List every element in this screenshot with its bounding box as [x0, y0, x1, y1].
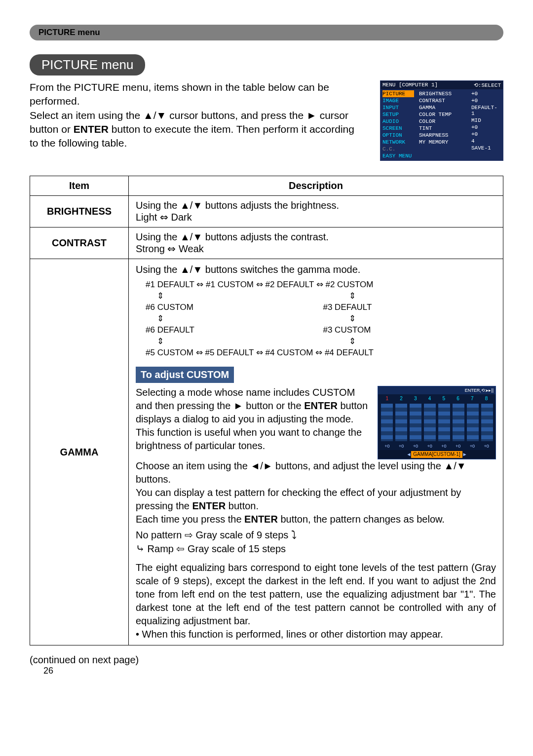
- diag-r1: #3 DEFAULT: [323, 302, 372, 313]
- menu-header-left: MENU [COMPUTER 1]: [382, 82, 438, 88]
- eq-bar: [438, 404, 450, 441]
- main-table: Item Description BRIGHTNESS Using the ▲/…: [30, 176, 503, 645]
- diag-r2: #3 CUSTOM: [323, 325, 371, 336]
- eq-num-3: 3: [414, 395, 417, 402]
- menu-left-column: PICTURE IMAGE INPUT SETUP AUDIO SCREEN O…: [381, 89, 416, 160]
- menu-item-setup: SETUP: [382, 111, 414, 118]
- gamma-custom-p1: Selecting a mode whose name includes CUS…: [136, 386, 370, 453]
- eq-num-8: 8: [485, 395, 488, 402]
- gamma-subheader: To adjust CUSTOM: [136, 367, 234, 383]
- eq-val-2: +0: [399, 443, 404, 449]
- menu-item-picture: PICTURE: [382, 90, 414, 97]
- menu-item-option: OPTION: [382, 132, 414, 139]
- menu-val-4: +0: [471, 124, 500, 131]
- menu-item-cc: C.C.: [382, 146, 414, 152]
- page-number: 26: [43, 666, 503, 676]
- menu-item-audio: AUDIO: [382, 118, 414, 125]
- row-contrast-label: CONTRAST: [30, 227, 129, 259]
- eq-val-7: +0: [470, 443, 475, 449]
- row-brightness-desc: Using the ▲/▼ buttons adjusts the bright…: [129, 196, 503, 227]
- eq-val-6: +0: [456, 443, 460, 449]
- eq-bar: [481, 404, 493, 441]
- eq-bar: [395, 404, 407, 441]
- eq-num-1: 1: [386, 395, 389, 402]
- eq-bar: [453, 404, 464, 441]
- gamma-custom-p4: The eight equalizing bars correspond to …: [136, 561, 496, 628]
- menu-item-easy: EASY MENU: [382, 152, 414, 159]
- pattern-loop-diagram: No pattern ⇨ Gray scale of 9 steps ⤵ ⤷ R…: [136, 528, 496, 556]
- menu-header-right: ⟲:SELECT: [474, 82, 501, 88]
- menu-val-5: +0: [471, 131, 500, 138]
- menu-val-2: DEFAULT-1: [471, 104, 500, 117]
- th-desc: Description: [129, 176, 503, 196]
- eq-num-5: 5: [443, 395, 446, 402]
- page-title: PICTURE menu: [30, 54, 145, 76]
- menu-item-image: IMAGE: [382, 97, 414, 104]
- eq-val-4: +0: [427, 443, 432, 449]
- menu-mid-memory: MY MEMORY: [419, 139, 465, 146]
- menu-val-0: +0: [471, 90, 500, 97]
- continued-note: (continued on next page): [30, 654, 503, 666]
- gamma-mode-diagram: #1 DEFAULT ⇔ #1 CUSTOM ⇔ #2 DEFAULT ⇔ #2…: [146, 279, 496, 359]
- diag-bottom: #5 CUSTOM ⇔ #5 DEFAULT ⇔ #4 CUSTOM ⇔ #4 …: [146, 347, 496, 359]
- menu-mid-tint: TINT: [419, 125, 465, 132]
- menu-item-input: INPUT: [382, 104, 414, 111]
- eq-bar: [381, 404, 393, 441]
- equalizer-widget: ENTER,⟲:▸▸|| 1 2 3 4 5 6 7 8: [378, 386, 496, 459]
- th-item: Item: [30, 176, 129, 196]
- menu-mid-contrast: CONTRAST: [419, 97, 465, 104]
- eq-num-4: 4: [428, 395, 431, 402]
- eq-num-7: 7: [471, 395, 474, 402]
- menu-right-column: +0 +0 DEFAULT-1 MID +0 +0 4 SAVE-1: [468, 89, 503, 160]
- menu-val-3: MID: [471, 117, 500, 124]
- gamma-custom-p2: Choose an item using the ◄/► buttons, an…: [136, 459, 496, 486]
- section-tag: PICTURE menu: [30, 25, 503, 40]
- menu-val-7: SAVE-1: [471, 145, 500, 151]
- menu-mid-colortemp: COLOR TEMP: [419, 111, 465, 118]
- eq-num-6: 6: [457, 395, 459, 402]
- intro-paragraph: From the PICTURE menu, items shown in th…: [30, 80, 365, 151]
- eq-val-5: +0: [441, 443, 446, 449]
- row-contrast-desc: Using the ▲/▼ buttons adjusts the contra…: [129, 227, 503, 259]
- eq-footer-label: GAMMA[CUSTOM-1]: [411, 451, 462, 458]
- eq-bar: [424, 404, 436, 441]
- diag-l1: #6 CUSTOM: [146, 302, 205, 313]
- eq-val-8: +0: [484, 443, 489, 449]
- eq-num-2: 2: [400, 395, 403, 402]
- loop-line-2: Ramp ⇦ Gray scale of 15 steps: [148, 543, 286, 554]
- gamma-custom-bullet: • When this function is performed, lines…: [136, 628, 496, 641]
- row-brightness-label: BRIGHTNESS: [30, 196, 129, 227]
- menu-mid-gamma: GAMMA: [419, 104, 465, 111]
- loop-line-1: No pattern ⇨ Gray scale of 9 steps: [136, 529, 288, 540]
- menu-preview: MENU [COMPUTER 1] ⟲:SELECT PICTURE IMAGE…: [380, 80, 503, 161]
- eq-bar: [467, 404, 479, 441]
- diag-l2: #6 DEFAULT: [146, 325, 205, 336]
- gamma-line1: Using the ▲/▼ buttons switches the gamma…: [136, 263, 496, 276]
- menu-mid-brightness: BRIGHTNESS: [419, 90, 465, 97]
- menu-val-6: 4: [471, 138, 500, 145]
- menu-mid-sharpness: SHARPNESS: [419, 132, 465, 139]
- row-gamma-label: GAMMA: [30, 259, 129, 645]
- eq-bar: [410, 404, 421, 441]
- menu-mid-color: COLOR: [419, 118, 465, 125]
- menu-item-network: NETWORK: [382, 139, 414, 146]
- diag-top: #1 DEFAULT ⇔ #1 CUSTOM ⇔ #2 DEFAULT ⇔ #2…: [146, 279, 496, 291]
- eq-header-right: ENTER,⟲:▸▸||: [465, 387, 494, 393]
- row-gamma-desc: Using the ▲/▼ buttons switches the gamma…: [129, 259, 503, 645]
- menu-mid-column: BRIGHTNESS CONTRAST GAMMA COLOR TEMP COL…: [416, 89, 468, 160]
- menu-item-screen: SCREEN: [382, 125, 414, 132]
- eq-val-1: +0: [384, 443, 389, 449]
- menu-val-1: +0: [471, 97, 500, 104]
- eq-val-3: +0: [413, 443, 418, 449]
- gamma-custom-p3: You can display a test pattern for check…: [136, 486, 496, 526]
